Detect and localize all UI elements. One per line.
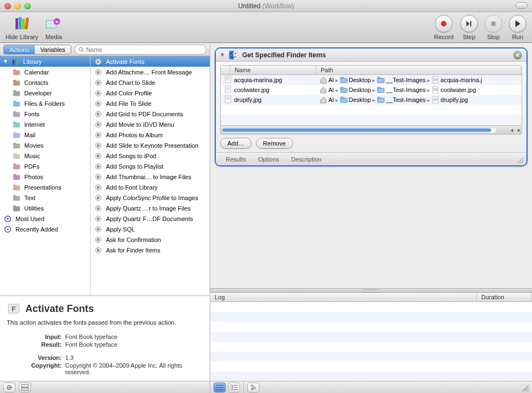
record-icon — [435, 15, 453, 33]
library-category[interactable]: Calendar — [0, 67, 90, 77]
library-category[interactable]: Music — [0, 150, 90, 161]
library-action[interactable]: Apply ColorSync Profile to Images — [91, 192, 210, 203]
library-categories[interactable]: LibraryCalendarContactsDeveloperFiles & … — [0, 56, 91, 295]
library-smart-folder[interactable]: Recently Added — [0, 224, 90, 234]
library-action[interactable]: Add Songs to iPod — [91, 150, 210, 161]
search-input[interactable] — [86, 46, 203, 53]
log-split-handle[interactable] — [210, 288, 532, 293]
resize-handle-icon[interactable] — [517, 157, 523, 163]
remove-button[interactable]: Remove — [256, 138, 293, 149]
log-clear-button[interactable] — [247, 383, 259, 392]
duration-column-header[interactable]: Duration — [477, 293, 532, 302]
workflow-action-header[interactable]: Get Specified Finder Items — [216, 49, 526, 62]
library-action[interactable]: Add Grid to PDF Documents — [91, 109, 210, 119]
finder-item-row[interactable]: acquia-marina.jpgAl▸Desktop▸__Test-Image… — [221, 75, 522, 85]
finder-item-row[interactable]: coolwater.jpgAl▸Desktop▸__Test-Images▸co… — [221, 85, 522, 95]
horizontal-scrollbar[interactable]: ◂▸ — [220, 126, 522, 134]
library-action[interactable]: Activate Fonts — [91, 56, 210, 67]
search-field[interactable] — [75, 45, 206, 55]
media-label: Media — [45, 34, 62, 40]
footer-tab-description[interactable]: Description — [291, 156, 322, 163]
workflow-action-close-button[interactable] — [513, 51, 522, 60]
svg-rect-25 — [13, 121, 16, 123]
footer-tab-options[interactable]: Options — [258, 156, 279, 163]
log-view-list-button[interactable] — [214, 383, 226, 392]
toolbar-toggle-pill[interactable] — [515, 2, 528, 9]
svg-rect-86 — [377, 87, 380, 89]
workflow-canvas[interactable]: Get Specified Finder Items Name Path acq… — [210, 43, 532, 288]
svg-rect-88 — [433, 88, 438, 91]
library-action[interactable]: Ask for Confirmation — [91, 234, 210, 245]
zoom-window-button[interactable] — [24, 3, 31, 9]
gear-menu-button[interactable] — [3, 383, 15, 392]
fontbook-icon: F — [7, 302, 21, 316]
library-actions[interactable]: Activate FontsAdd Attachme… Front Messag… — [91, 56, 210, 295]
library-action[interactable]: Add Chart to Slide — [91, 77, 210, 88]
library-category[interactable]: Photos — [0, 171, 90, 182]
stop-button[interactable]: Stop — [485, 15, 502, 40]
column-header-name[interactable]: Name — [230, 66, 316, 74]
detail-icon — [230, 385, 238, 390]
add-button[interactable]: Add… — [220, 138, 252, 149]
library-action[interactable]: Ask for Finder Items — [91, 245, 210, 255]
workflow-variables-toggle[interactable] — [19, 383, 31, 392]
step-button[interactable]: Step — [460, 15, 478, 40]
svg-rect-11 — [13, 60, 14, 64]
finder-items-rows[interactable]: acquia-marina.jpgAl▸Desktop▸__Test-Image… — [221, 75, 522, 125]
run-button[interactable]: Run — [509, 15, 526, 40]
titlebar: Untitled (Workflow) — [0, 0, 532, 12]
library-action[interactable]: Add File To Slide — [91, 98, 210, 109]
svg-rect-27 — [13, 132, 16, 134]
svg-rect-84 — [341, 87, 343, 89]
log-view-detail-button[interactable] — [228, 383, 240, 392]
library-category[interactable]: Presentations — [0, 182, 90, 192]
svg-rect-31 — [13, 153, 16, 155]
library-category[interactable]: Contacts — [0, 77, 90, 88]
library-action[interactable]: Add Attachme… Front Message — [91, 67, 210, 77]
tab-variables[interactable]: Variables — [35, 45, 71, 54]
tab-actions[interactable]: Actions — [4, 45, 35, 54]
library-action[interactable]: Add Slide to Keynote Presentation — [91, 140, 210, 150]
library-action[interactable]: Add Songs to Playlist — [91, 161, 210, 171]
svg-rect-29 — [13, 142, 16, 144]
desc-result-label: Result: — [7, 341, 62, 348]
disclosure-triangle-icon[interactable] — [220, 53, 225, 57]
svg-rect-81 — [433, 78, 438, 81]
hide-library-button[interactable]: Hide Library — [6, 15, 38, 40]
library-action[interactable]: Apply Quartz …r to Image Files — [91, 203, 210, 213]
library-category[interactable]: Fonts — [0, 109, 90, 119]
library-smart-folder[interactable]: Most Used — [0, 213, 90, 224]
library-action[interactable]: Add Color Profile — [91, 88, 210, 98]
media-button[interactable]: Media — [45, 15, 62, 40]
library-category[interactable]: Developer — [0, 88, 90, 98]
library-category[interactable]: Movies — [0, 140, 90, 150]
library-category[interactable]: Files & Folders — [0, 98, 90, 109]
desc-copyright: Copyright © 2004–2009 Apple Inc. All rig… — [65, 362, 203, 375]
window-resize-handle-icon[interactable] — [521, 384, 529, 391]
library-category[interactable]: Utilities — [0, 203, 90, 213]
finder-item-row[interactable]: drupify.jpgAl▸Desktop▸__Test-Images▸drup… — [221, 95, 522, 105]
library-category[interactable]: Text — [0, 192, 90, 203]
library-action[interactable]: Apply Quartz F…DF Documents — [91, 213, 210, 224]
desc-copyright-label: Copyright: — [7, 362, 62, 375]
library-action[interactable]: Add Movie to iDVD Menu — [91, 119, 210, 130]
library-category[interactable]: Mail — [0, 130, 90, 140]
library-category[interactable]: PDFs — [0, 161, 90, 171]
run-icon — [509, 15, 526, 33]
library-action[interactable]: Add Thumbnai… to Image Files — [91, 171, 210, 182]
svg-point-9 — [79, 47, 82, 51]
library-category[interactable]: Internet — [0, 119, 90, 130]
log-rows[interactable] — [210, 302, 532, 381]
record-button[interactable]: Record — [434, 15, 454, 40]
minimize-window-button[interactable] — [14, 3, 21, 9]
column-header-path[interactable]: Path — [316, 66, 522, 74]
library-action[interactable]: Add Photos to Album — [91, 130, 210, 140]
library-action[interactable]: Add to Font Library — [91, 182, 210, 192]
log-column-header[interactable]: Log — [210, 293, 477, 302]
library-root[interactable]: Library — [0, 56, 90, 67]
library-action[interactable]: Apply SQL — [91, 224, 210, 234]
footer-tab-results[interactable]: Results — [226, 156, 246, 163]
svg-rect-70 — [22, 387, 28, 390]
close-window-button[interactable] — [4, 3, 11, 9]
svg-rect-12 — [14, 59, 16, 64]
